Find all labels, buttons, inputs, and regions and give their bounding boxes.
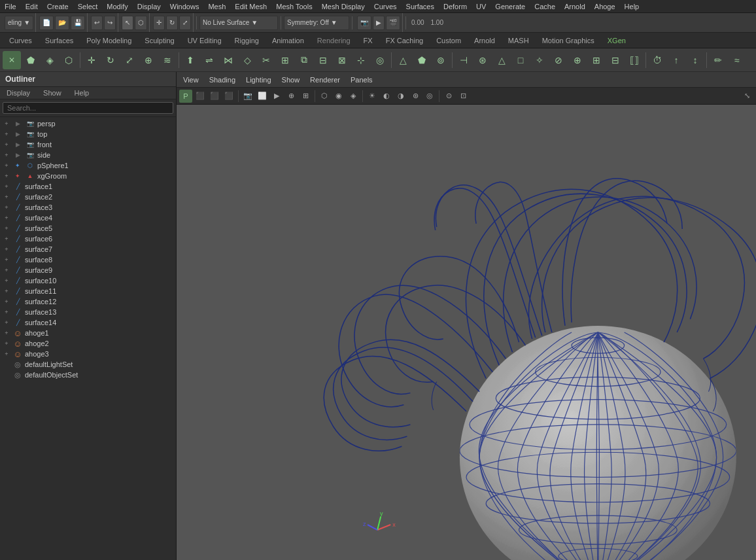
reduce-icon[interactable]: ⊘ (549, 51, 568, 69)
scale-icon[interactable]: ⤢ (120, 51, 139, 69)
outliner-item-surface4[interactable]: + ╱ surface4 (0, 213, 176, 223)
vp-wireframe-icon[interactable]: ⬡ (318, 90, 331, 103)
loop-cut-icon[interactable]: ⊞ (276, 51, 294, 69)
outliner-item-ahoge3[interactable]: + ☺ ahoge3 (0, 349, 176, 359)
menu-help[interactable]: Help (620, 1, 644, 12)
outliner-item-surface13[interactable]: + ╱ surface13 (0, 307, 176, 317)
vp-isolate-icon[interactable]: ⊡ (456, 90, 470, 103)
vp-cam-icon[interactable]: 📷 (241, 90, 254, 103)
outliner-item-surface3[interactable]: + ╱ surface3 (0, 202, 176, 213)
select-face-icon[interactable]: ⬡ (60, 51, 78, 69)
flip-normals-icon[interactable]: ↕ (686, 51, 704, 69)
tab-xgen[interactable]: XGen (601, 35, 632, 46)
select-vertex-icon[interactable]: ⬟ (22, 51, 40, 69)
tab-uv-editing[interactable]: UV Editing (181, 35, 228, 46)
soft-select-icon[interactable]: ≋ (158, 51, 177, 69)
lasso-select-button[interactable]: ⬡ (135, 16, 147, 30)
outliner-item-psphere1[interactable]: + ✦ ⬡ pSphere1 (0, 160, 176, 171)
tab-mash[interactable]: MASH (502, 35, 536, 46)
vp-top-icon[interactable]: ⬛ (194, 90, 207, 103)
vp-smooth-icon[interactable]: ◉ (332, 90, 345, 103)
outliner-item-surface8[interactable]: + ╱ surface8 (0, 254, 176, 265)
symmetry-dropdown[interactable]: Symmetry: Off ▼ (284, 16, 349, 30)
relax-icon[interactable]: ≈ (728, 51, 746, 69)
outliner-item-surface6[interactable]: + ╱ surface6 (0, 234, 176, 244)
outliner-item-surface5[interactable]: + ╱ surface5 (0, 223, 176, 234)
select-edge-icon[interactable]: ◈ (41, 51, 59, 69)
extract-icon[interactable]: ⟦⟧ (625, 51, 644, 69)
menu-create[interactable]: Create (43, 1, 73, 12)
menu-file[interactable]: File (0, 1, 21, 12)
vp-grid-icon[interactable]: ⊞ (299, 90, 312, 103)
outliner-item-top[interactable]: + ▶ 📷 top (0, 129, 176, 139)
vp-light-icon[interactable]: ☀ (366, 90, 379, 103)
vp-shadow-icon[interactable]: ◐ (380, 90, 393, 103)
slide-edge-icon[interactable]: ⊠ (333, 51, 351, 69)
bevel-icon[interactable]: ◇ (238, 51, 256, 69)
rotate-tool-button[interactable]: ↻ (166, 16, 178, 30)
triangulate-icon[interactable]: △ (492, 51, 511, 69)
camera-button[interactable]: 📷 (357, 16, 371, 30)
tab-animation[interactable]: Animation (266, 35, 311, 46)
tab-curves[interactable]: Curves (3, 35, 39, 46)
boolean-icon[interactable]: ⊕ (568, 51, 587, 69)
scale-tool-button[interactable]: ⤢ (179, 16, 191, 30)
move-tool-button[interactable]: ✛ (153, 16, 165, 30)
rotate-icon[interactable]: ↻ (101, 51, 120, 69)
circularize-icon[interactable]: ◎ (371, 51, 389, 69)
connect-icon[interactable]: ⊞ (587, 51, 606, 69)
menu-mesh-tools[interactable]: Mesh Tools (271, 1, 317, 12)
vp-menu-show[interactable]: Show (278, 75, 304, 85)
bridge-icon[interactable]: ⇌ (200, 51, 218, 69)
menu-curves[interactable]: Curves (369, 1, 402, 12)
tab-poly-modeling[interactable]: Poly Modeling (80, 35, 138, 46)
menu-windows[interactable]: Windows (165, 1, 204, 12)
menu-mesh-display[interactable]: Mesh Display (317, 1, 369, 12)
vp-xray-icon[interactable]: ⊙ (442, 90, 455, 103)
vp-menu-shading[interactable]: Shading (205, 75, 239, 85)
redo-button[interactable]: ↪ (104, 16, 116, 30)
smooth-icon[interactable]: ⊛ (473, 51, 492, 69)
target-weld-icon[interactable]: ⊚ (432, 51, 450, 69)
detach-icon[interactable]: ⊟ (606, 51, 625, 69)
outliner-item-surface11[interactable]: + ╱ surface11 (0, 286, 176, 296)
menu-ahoge[interactable]: Ahoge (590, 1, 620, 12)
vp-perspective-icon[interactable]: P (179, 90, 192, 103)
outliner-tab-help[interactable]: Help (68, 87, 96, 99)
history-icon[interactable]: ⏱ (648, 51, 666, 69)
outliner-item-surface1[interactable]: + ╱ surface1 (0, 181, 176, 192)
tab-fx[interactable]: FX (357, 35, 379, 46)
select-all-icon[interactable]: ✕ (3, 51, 21, 69)
search-input[interactable] (3, 102, 173, 114)
render-button[interactable]: ▶ (373, 16, 385, 30)
cut-icon[interactable]: ✂ (257, 51, 275, 69)
vp-menu-panels[interactable]: Panels (347, 75, 377, 85)
vp-playblast-icon[interactable]: ▶ (270, 90, 283, 103)
new-scene-button[interactable]: 📄 (39, 16, 54, 30)
fill-hole-icon[interactable]: ⬟ (413, 51, 431, 69)
vp-side-icon[interactable]: ⬛ (222, 90, 235, 103)
wedge-icon[interactable]: ⊹ (352, 51, 370, 69)
sculpt-icon[interactable]: ✏ (709, 51, 727, 69)
save-scene-button[interactable]: 💾 (71, 16, 85, 30)
normals-icon[interactable]: ↑ (667, 51, 685, 69)
mirror-icon[interactable]: ⊣ (455, 51, 473, 69)
outliner-item-surface7[interactable]: + ╱ surface7 (0, 244, 176, 254)
viewport-canvas[interactable]: x y z (177, 105, 756, 560)
vp-ao-icon[interactable]: ◑ (394, 90, 407, 103)
tab-arnold[interactable]: Arnold (468, 35, 502, 46)
outliner-item-defaultobjectset[interactable]: ◎ defaultObjectSet (0, 370, 176, 380)
outliner-item-side[interactable]: + ▶ 📷 side (0, 150, 176, 160)
outliner-item-surface9[interactable]: + ╱ surface9 (0, 265, 176, 275)
menu-edit-mesh[interactable]: Edit Mesh (230, 1, 271, 12)
vp-menu-renderer[interactable]: Renderer (306, 75, 344, 85)
tab-surfaces[interactable]: Surfaces (39, 35, 80, 46)
outliner-tab-display[interactable]: Display (0, 87, 37, 99)
outliner-item-front[interactable]: + ▶ 📷 front (0, 139, 176, 150)
outliner-item-defaultlightset[interactable]: ◎ defaultLightSet (0, 359, 176, 370)
insert-loop-icon[interactable]: ⊟ (314, 51, 332, 69)
outliner-item-surface12[interactable]: + ╱ surface12 (0, 296, 176, 307)
vp-front-icon[interactable]: ⬛ (208, 90, 221, 103)
move-icon[interactable]: ✛ (82, 51, 101, 69)
vp-snap-icon[interactable]: ⊕ (284, 90, 298, 103)
